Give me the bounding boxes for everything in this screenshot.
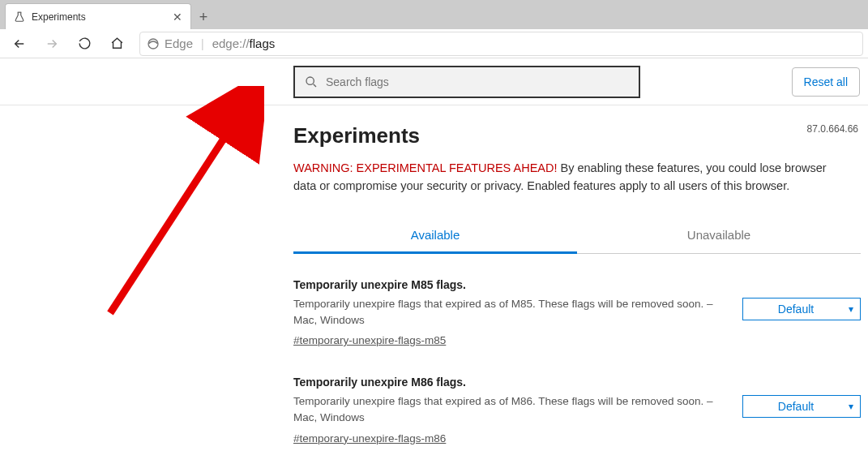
url-path: flags — [250, 37, 276, 50]
flag-select[interactable]: Default — [742, 298, 861, 320]
address-bar[interactable]: Edge | edge://flags — [139, 32, 863, 56]
toolbar: Edge | edge://flags — [0, 29, 868, 58]
refresh-button[interactable] — [70, 31, 99, 57]
tab-strip: Experiments ✕ + — [0, 0, 868, 29]
tab-title: Experiments — [32, 11, 86, 23]
page-content: Reset all 87.0.664.66 Experiments WARNIN… — [0, 58, 868, 451]
search-input[interactable] — [326, 75, 629, 88]
svg-point-0 — [148, 39, 158, 49]
new-tab-button[interactable]: + — [191, 5, 216, 29]
flag-item: Temporarily unexpire M86 flags. Temporar… — [293, 376, 861, 445]
browser-tab[interactable]: Experiments ✕ — [5, 3, 191, 29]
edge-logo-icon — [147, 37, 160, 50]
version-label: 87.0.664.66 — [807, 123, 858, 135]
flag-select[interactable]: Default — [742, 395, 861, 418]
close-icon[interactable]: ✕ — [173, 11, 182, 24]
flag-hash-link[interactable]: #temporary-unexpire-flags-m86 — [293, 432, 446, 445]
tab-available[interactable]: Available — [293, 218, 577, 254]
brand-label: Edge — [165, 37, 193, 50]
svg-point-1 — [306, 77, 314, 84]
search-icon — [305, 75, 318, 88]
warning-block: WARNING: EXPERIMENTAL FEATURES AHEAD! By… — [293, 160, 844, 195]
tabs: Available Unavailable — [293, 218, 861, 254]
tab-unavailable[interactable]: Unavailable — [577, 218, 861, 253]
flag-item: Temporarily unexpire M85 flags. Temporar… — [293, 278, 861, 347]
page-title: Experiments — [293, 123, 860, 148]
separator: | — [201, 37, 204, 50]
flag-description: Temporarily unexpire flags that expired … — [293, 296, 726, 329]
flag-hash-link[interactable]: #temporary-unexpire-flags-m85 — [293, 334, 446, 346]
flags-header: Reset all — [0, 58, 868, 105]
home-button[interactable] — [102, 31, 131, 57]
flag-title: Temporarily unexpire M85 flags. — [293, 278, 726, 291]
flag-title: Temporarily unexpire M86 flags. — [293, 376, 726, 389]
forward-button[interactable] — [37, 31, 66, 57]
url-protocol: edge:// — [212, 37, 250, 50]
flask-icon — [14, 11, 25, 23]
reset-all-button[interactable]: Reset all — [792, 67, 860, 97]
flag-list: Temporarily unexpire M85 flags. Temporar… — [293, 278, 861, 445]
warning-prefix: WARNING: EXPERIMENTAL FEATURES AHEAD! — [293, 161, 558, 174]
back-button[interactable] — [5, 31, 34, 57]
flag-description: Temporarily unexpire flags that expired … — [293, 393, 726, 427]
search-box[interactable] — [293, 66, 640, 98]
